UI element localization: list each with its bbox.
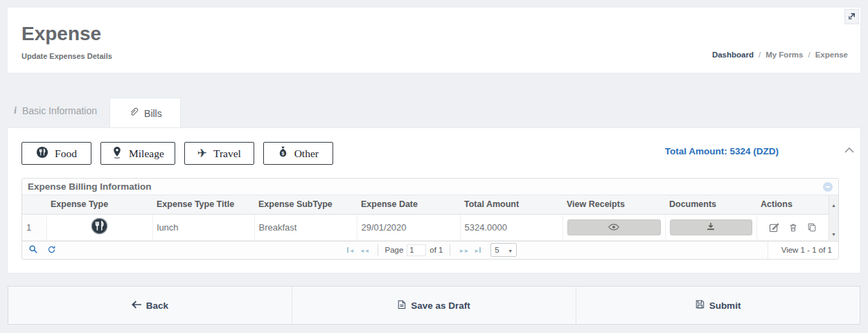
col-expense-subtype[interactable]: Expense SubType — [254, 195, 357, 214]
edit-icon[interactable] — [769, 222, 779, 233]
expense-date-cell: 29/01/2020 — [357, 214, 460, 240]
total-amount: Total Amount: 5324 (DZD) — [665, 146, 779, 156]
footer-bar: Back Save as Draft Submit — [8, 286, 860, 325]
tab-basic-information[interactable]: Basic Information — [7, 98, 109, 124]
other-button-label: Other — [294, 147, 319, 160]
food-button[interactable]: Food — [21, 142, 91, 165]
save-as-draft-label: Save as Draft — [411, 300, 470, 311]
row-number-cell: 1 — [22, 214, 46, 240]
tab-bills[interactable]: Bills — [109, 98, 181, 128]
back-arrow-icon — [132, 300, 141, 311]
submit-button[interactable]: Submit — [696, 300, 741, 311]
expense-page: Expense Update Expenses Details Dashboar… — [0, 0, 868, 333]
expense-type-title-cell: lunch — [152, 214, 254, 240]
grid-body: Expense Type Expense Type Title Expense … — [22, 195, 838, 241]
trash-icon[interactable] — [788, 222, 798, 233]
page-label: Page — [384, 246, 403, 254]
documents-download-button[interactable] — [670, 219, 752, 235]
breadcrumb-dashboard[interactable]: Dashboard — [712, 51, 754, 59]
refresh-icon[interactable] — [47, 245, 56, 255]
other-button[interactable]: $ Other — [263, 142, 333, 165]
money-bag-icon: $ — [278, 146, 288, 161]
back-button[interactable]: Back — [132, 300, 168, 311]
last-page-button[interactable] — [474, 246, 481, 254]
copy-icon[interactable] — [807, 222, 817, 233]
travel-button-label: Travel — [213, 147, 241, 160]
page-size-select[interactable]: 5 — [490, 243, 517, 257]
col-expense-date[interactable]: Expense Date — [357, 195, 460, 214]
mileage-button-label: Mileage — [129, 147, 164, 160]
back-button-label: Back — [146, 300, 168, 311]
prev-page-button[interactable] — [360, 246, 369, 254]
grid-scrollbar[interactable] — [829, 195, 838, 241]
download-icon — [706, 222, 716, 233]
footer-section-back: Back — [8, 287, 292, 324]
expand-button[interactable] — [844, 9, 859, 24]
col-total-amount[interactable]: Total Amount — [460, 195, 563, 214]
save-as-draft-button[interactable]: Save as Draft — [398, 300, 470, 312]
col-view-receipts[interactable]: View Receipts — [563, 195, 665, 214]
footer-section-submit: Submit — [576, 287, 860, 324]
tab-basic-label: Basic Information — [22, 105, 97, 116]
documents-cell — [665, 214, 756, 240]
tab-bar: Basic Information Bills — [7, 98, 181, 128]
submit-button-label: Submit — [709, 300, 741, 311]
col-documents[interactable]: Documents — [665, 195, 756, 214]
info-icon — [14, 105, 17, 116]
grid-collapse-icon[interactable] — [823, 182, 833, 192]
pager-toolbar — [28, 244, 56, 255]
total-amount-cell: 5324.0000 — [460, 214, 563, 240]
eye-icon — [608, 222, 619, 233]
bills-panel: Food Mileage Travel $ Other Total Amount… — [7, 127, 861, 273]
collapse-chevron-icon[interactable] — [844, 143, 854, 156]
tab-bills-label: Bills — [144, 108, 162, 119]
view-receipts-cell — [563, 214, 665, 240]
breadcrumb-my-forms[interactable]: My Forms — [765, 51, 803, 59]
view-status-text: View 1 - 1 of 1 — [781, 246, 832, 254]
mileage-button[interactable]: Mileage — [100, 142, 175, 165]
col-expense-type-title[interactable]: Expense Type Title — [152, 195, 254, 214]
paperclip-icon — [128, 107, 139, 120]
pager-controls: Page of 1 5 — [344, 243, 517, 257]
grid-caption: Expense Billing Information — [22, 179, 838, 195]
footer-section-draft: Save as Draft — [292, 287, 576, 324]
scroll-up-icon[interactable] — [831, 197, 836, 210]
grid-caption-label: Expense Billing Information — [28, 181, 152, 192]
col-expense-type[interactable]: Expense Type — [46, 195, 152, 214]
save-disk-icon — [696, 300, 705, 311]
expense-table: Expense Type Expense Type Title Expense … — [22, 195, 829, 241]
map-pin-icon — [112, 146, 123, 161]
page-title: Expense — [21, 23, 101, 45]
pager-view-status: View 1 - 1 of 1 — [768, 242, 838, 259]
table-header-row: Expense Type Expense Type Title Expense … — [22, 195, 829, 214]
view-receipts-button[interactable] — [567, 219, 661, 235]
svg-text:$: $ — [281, 150, 284, 156]
page-number-input[interactable] — [407, 244, 426, 256]
first-page-button[interactable] — [346, 246, 354, 254]
category-buttons: Food Mileage Travel $ Other — [21, 142, 333, 165]
next-page-button[interactable] — [459, 246, 469, 254]
breadcrumb-separator: / — [808, 51, 810, 59]
expense-grid: Expense Billing Information Expense Type… — [21, 178, 839, 260]
travel-button[interactable]: Travel — [184, 142, 254, 165]
actions-cell — [756, 214, 829, 240]
food-icon — [91, 226, 108, 237]
search-icon[interactable] — [28, 244, 38, 255]
food-icon — [36, 146, 48, 161]
col-actions[interactable]: Actions — [756, 195, 829, 214]
breadcrumb-separator: / — [759, 51, 761, 59]
expense-subtype-cell: Breakfast — [254, 214, 357, 240]
page-subtitle: Update Expenses Details — [21, 52, 112, 60]
draft-doc-icon — [398, 300, 406, 312]
expand-icon — [848, 10, 856, 23]
chevron-down-icon — [508, 246, 513, 254]
page-of-label: of 1 — [429, 246, 443, 254]
food-button-label: Food — [55, 147, 77, 160]
scroll-down-icon[interactable] — [831, 226, 836, 239]
breadcrumb-expense: Expense — [815, 51, 848, 59]
table-row[interactable]: 1 lunch Breakfast 29/01/2020 5324.0000 — [22, 214, 829, 240]
page-size-value: 5 — [495, 246, 499, 254]
breadcrumb: Dashboard / My Forms / Expense — [712, 51, 848, 59]
header-panel: Expense Update Expenses Details Dashboar… — [7, 7, 861, 73]
plane-icon — [197, 146, 207, 161]
